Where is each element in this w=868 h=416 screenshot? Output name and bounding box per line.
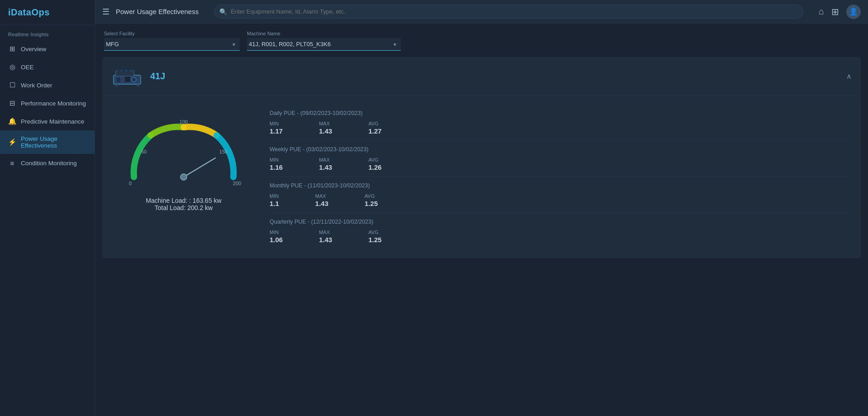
svg-rect-9 [115, 84, 118, 86]
pue-stats: Daily PUE - (09/02/2023-10/02/2023) MIN … [270, 105, 852, 249]
pue-daily-title: Daily PUE - (09/02/2023-10/02/2023) [270, 110, 852, 116]
max-value: 1.43 [319, 236, 332, 244]
facility-select-wrapper: MFG [104, 38, 240, 51]
avg-label: AVG [368, 230, 381, 235]
pue-weekly-section: Weekly PUE - (03/02/2023-10/02/2023) MIN… [270, 141, 852, 177]
sidebar-item-work-order[interactable]: ☐ Work Order [0, 76, 95, 94]
search-input[interactable] [214, 5, 803, 19]
pue-monthly-min: MIN 1.1 [270, 193, 279, 207]
sidebar-item-predictive-maintenance[interactable]: 🔔 Predictive Maintenance [0, 112, 95, 130]
min-label: MIN [270, 157, 283, 163]
pue-quarterly-max: MAX 1.43 [319, 230, 332, 244]
avg-label: AVG [368, 121, 381, 126]
search-bar: 🔍 [214, 5, 803, 19]
avg-value: 1.27 [368, 127, 381, 135]
performance-icon: ⊟ [8, 99, 16, 107]
sidebar-item-label: Performance Monitoring [21, 100, 86, 107]
pue-weekly-avg: AVG 1.26 [368, 157, 381, 171]
machine-select-wrapper: 41J, R001, R002, PLT05_K3K6 [247, 38, 401, 51]
sidebar-item-oee[interactable]: ◎ OEE [0, 58, 95, 76]
total-load-value-num: 200.2 kw [187, 204, 213, 211]
pue-daily-values: MIN 1.17 MAX 1.43 AVG 1.27 [270, 121, 852, 135]
avg-value: 1.26 [368, 163, 381, 171]
total-load-label: Total Load: [155, 204, 186, 211]
sidebar-item-condition-monitoring[interactable]: ≡ Condition Monitoring [0, 154, 95, 172]
pue-quarterly-avg: AVG 1.25 [368, 230, 381, 244]
sidebar-item-label: Overview [21, 46, 46, 53]
overview-icon: ⊞ [8, 45, 16, 53]
work-order-icon: ☐ [8, 81, 16, 89]
gauge-svg: 0 50 100 150 200 [120, 105, 247, 195]
search-icon: 🔍 [219, 8, 227, 15]
facility-select[interactable]: MFG [104, 38, 240, 51]
filter-bar: Select Facility MFG Machine Name 41J, R0… [102, 31, 861, 51]
predictive-icon: 🔔 [8, 117, 16, 125]
max-label: MAX [319, 230, 332, 235]
home-icon[interactable]: ⌂ [819, 6, 824, 17]
machine-svg [111, 64, 143, 89]
avg-value: 1.25 [365, 200, 378, 207]
pue-weekly-min: MIN 1.16 [270, 157, 283, 171]
machine-info: 41J [111, 62, 165, 90]
svg-text:100: 100 [180, 119, 188, 124]
gauge-container: 0 50 100 150 200 [120, 105, 247, 186]
svg-rect-2 [118, 68, 120, 72]
machine-filter-group: Machine Name 41J, R001, R002, PLT05_K3K6 [247, 31, 401, 51]
sidebar-item-overview[interactable]: ⊞ Overview [0, 40, 95, 58]
svg-rect-4 [127, 68, 129, 72]
pue-daily-avg: AVG 1.27 [368, 121, 381, 135]
pue-quarterly-section: Quarterly PUE - (12/11/2022-10/02/2023) … [270, 213, 852, 249]
collapse-icon[interactable]: ∧ [846, 72, 852, 81]
pue-monthly-avg: AVG 1.25 [365, 193, 378, 207]
main-content: ☰ Power Usage Effectiveness 🔍 ⌂ ⊞ 👤 Sele… [95, 0, 868, 416]
menu-icon[interactable]: ☰ [102, 7, 109, 17]
svg-text:0: 0 [129, 181, 132, 186]
topbar: ☰ Power Usage Effectiveness 🔍 ⌂ ⊞ 👤 [95, 0, 868, 24]
pue-quarterly-values: MIN 1.06 MAX 1.43 AVG 1.25 [270, 230, 852, 244]
pue-quarterly-title: Quarterly PUE - (12/11/2022-10/02/2023) [270, 219, 852, 225]
condition-icon: ≡ [8, 159, 16, 167]
svg-text:200: 200 [233, 181, 241, 186]
pue-weekly-max: MAX 1.43 [319, 157, 332, 171]
svg-text:50: 50 [141, 149, 147, 154]
pue-daily-section: Daily PUE - (09/02/2023-10/02/2023) MIN … [270, 105, 852, 141]
pue-daily-max: MAX 1.43 [319, 121, 332, 135]
machine-load-line: Machine Load: : 163.65 kw [146, 197, 221, 204]
sidebar-item-performance-monitoring[interactable]: ⊟ Performance Monitoring [0, 94, 95, 112]
machine-select[interactable]: 41J, R001, R002, PLT05_K3K6 [247, 38, 401, 51]
user-avatar[interactable]: 👤 [846, 5, 861, 19]
pue-monthly-max: MAX 1.43 [315, 193, 328, 207]
min-label: MIN [270, 193, 279, 199]
max-value: 1.43 [315, 200, 328, 207]
machine-content: 0 50 100 150 200 [102, 96, 861, 258]
svg-rect-6 [125, 77, 130, 82]
max-label: MAX [319, 157, 332, 163]
sidebar-item-label: OEE [21, 64, 34, 71]
oee-icon: ◎ [8, 63, 16, 71]
pue-monthly-values: MIN 1.1 MAX 1.43 AVG 1.25 [270, 193, 852, 207]
max-label: MAX [315, 193, 328, 199]
svg-rect-3 [123, 68, 125, 72]
pue-daily-min: MIN 1.17 [270, 121, 283, 135]
apps-icon[interactable]: ⊞ [831, 6, 839, 17]
pue-weekly-title: Weekly PUE - (03/02/2023-10/02/2023) [270, 146, 852, 153]
topbar-actions: ⌂ ⊞ 👤 [819, 5, 861, 19]
max-label: MAX [319, 121, 332, 126]
machine-load-label: Machine Load: : [146, 197, 191, 204]
min-value: 1.17 [270, 127, 283, 135]
svg-rect-5 [117, 77, 120, 82]
app-logo: iDataOps [0, 0, 95, 25]
content-area: Select Facility MFG Machine Name 41J, R0… [95, 24, 868, 416]
min-value: 1.06 [270, 236, 283, 244]
min-label: MIN [270, 121, 283, 126]
min-label: MIN [270, 230, 283, 235]
facility-filter-group: Select Facility MFG [104, 31, 240, 51]
sidebar-item-power-usage[interactable]: ⚡ Power Usage Effectiveness [0, 130, 95, 154]
avg-label: AVG [368, 157, 381, 163]
machine-label: Machine Name [247, 31, 401, 36]
avg-label: AVG [365, 193, 378, 199]
machine-card-header: 41J ∧ [102, 57, 861, 96]
machine-image [111, 62, 143, 90]
sidebar-item-label: Work Order [21, 82, 52, 89]
min-value: 1.16 [270, 163, 283, 171]
